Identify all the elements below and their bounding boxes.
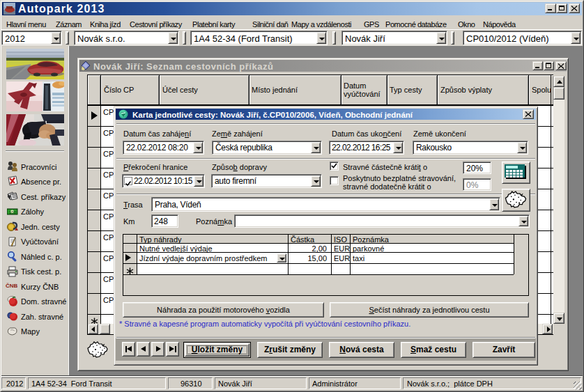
svg-text:100: 100	[9, 210, 17, 214]
